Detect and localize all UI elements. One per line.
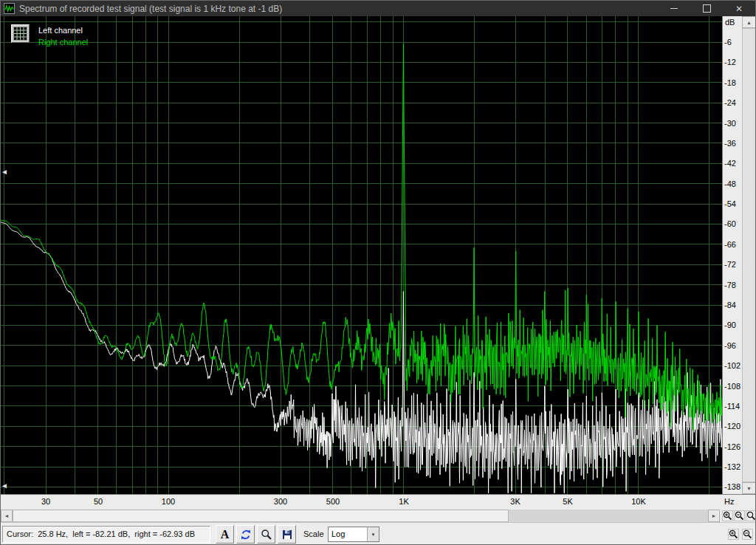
legend-left-channel: Left channel — [38, 24, 88, 36]
y-tick-label: -54 — [724, 199, 736, 208]
horizontal-scrollbar[interactable]: ◄ ► — [1, 510, 756, 522]
refresh-button[interactable] — [236, 525, 255, 544]
zoom-out-vertical-button[interactable] — [742, 529, 753, 540]
left-axis-marker-icon: ◄ — [1, 168, 8, 176]
save-icon — [281, 529, 293, 541]
zoom-in-horizontal-button[interactable] — [722, 510, 733, 521]
left-axis-marker-icon: ◄ — [1, 482, 8, 490]
magnifier-icon — [261, 529, 272, 541]
close-button[interactable]: ✕ — [723, 1, 755, 16]
y-tick-label: -6 — [724, 38, 732, 47]
magnifier-icon — [746, 511, 756, 521]
cursor-readout: Cursor: 25.8 Hz, left = -82.21 dB, right… — [2, 526, 210, 543]
x-axis-unit-label: Hz — [724, 497, 734, 506]
grid-icon — [13, 27, 27, 41]
maximize-icon — [703, 4, 711, 13]
y-tick-label: -84 — [724, 301, 736, 309]
zoom-in-icon — [729, 529, 738, 539]
combo-dropdown-button[interactable]: ▼ — [367, 527, 379, 541]
spectrum-window: Spectrum of recorded test signal (test s… — [0, 0, 756, 545]
scroll-down-icon: ▼ — [746, 486, 752, 491]
scroll-right-icon: ► — [712, 513, 717, 518]
y-tick-label: -72 — [724, 260, 736, 269]
x-tick-label: 30 — [41, 497, 50, 506]
legend: Left channel Right channel — [11, 24, 88, 48]
zoom-in-vertical-button[interactable] — [728, 529, 739, 540]
minimize-button[interactable] — [658, 1, 690, 16]
x-tick-label: 10K — [631, 497, 646, 506]
font-icon: A — [221, 528, 230, 541]
scroll-up-button[interactable]: ▲ — [742, 16, 756, 28]
title-bar[interactable]: Spectrum of recorded test signal (test s… — [1, 1, 755, 16]
font-button[interactable]: A — [216, 525, 234, 544]
zoom-out-icon — [735, 511, 744, 521]
y-tick-label: -90 — [724, 321, 736, 329]
inspect-button[interactable] — [257, 525, 275, 544]
y-tick-label: -114 — [724, 402, 740, 411]
legend-labels: Left channel Right channel — [38, 24, 88, 48]
horizontal-scrollbar-thumb[interactable] — [13, 510, 509, 522]
x-tick-label: 5K — [563, 497, 572, 506]
legend-right-channel: Right channel — [38, 36, 88, 48]
spectrum-plot[interactable]: Left channel Right channel ◄ ◄ — [1, 16, 722, 494]
scale-select[interactable]: Log ▼ — [328, 527, 379, 542]
y-tick-label: -42 — [724, 159, 736, 168]
scroll-right-button[interactable]: ► — [708, 510, 720, 522]
scroll-left-icon: ◄ — [4, 513, 10, 518]
zoom-reset-button[interactable] — [746, 510, 756, 521]
refresh-icon — [240, 529, 252, 541]
scroll-left-button[interactable]: ◄ — [1, 510, 13, 522]
chevron-down-icon: ▼ — [371, 532, 376, 537]
vertical-scrollbar-thumb[interactable] — [742, 28, 756, 482]
spectrum-canvas[interactable] — [1, 16, 722, 494]
y-tick-label: -66 — [724, 240, 736, 249]
x-tick-label: 50 — [94, 497, 103, 506]
y-tick-label: -78 — [724, 281, 736, 289]
y-tick-label: -126 — [724, 442, 740, 451]
vertical-scrollbar[interactable]: ▲ ▼ — [742, 16, 756, 494]
series-right-channel — [1, 44, 722, 431]
y-tick-label: -138 — [724, 482, 740, 491]
save-button[interactable] — [278, 525, 296, 544]
y-tick-label: -60 — [724, 219, 736, 228]
scale-label: Scale — [303, 529, 324, 538]
close-icon: ✕ — [735, 4, 743, 14]
y-tick-label: -12 — [724, 58, 736, 66]
y-tick-label: -102 — [724, 361, 740, 370]
spectrum-options-button[interactable] — [11, 24, 30, 43]
y-axis-strip: dB -6-12-18-24-30-36-42-48-54-60-66-72-7… — [722, 16, 742, 494]
x-tick-label: 3K — [510, 497, 520, 506]
status-bar: Cursor: 25.8 Hz, left = -82.21 dB, right… — [1, 522, 756, 545]
scroll-down-button[interactable]: ▼ — [742, 482, 756, 494]
minimize-icon — [670, 8, 678, 9]
maximize-button[interactable] — [690, 1, 723, 16]
zoom-out-horizontal-button[interactable] — [734, 510, 745, 521]
y-tick-label: -18 — [724, 78, 736, 87]
app-icon — [4, 3, 15, 14]
y-tick-label: -96 — [724, 341, 736, 350]
x-tick-label: 100 — [162, 497, 175, 506]
window-title: Spectrum of recorded test signal (test s… — [19, 4, 658, 14]
y-tick-label: -120 — [724, 422, 740, 431]
y-tick-label: -48 — [724, 179, 736, 188]
zoom-out-icon — [743, 529, 752, 539]
zoom-in-icon — [723, 511, 732, 521]
y-tick-label: -36 — [724, 139, 736, 148]
x-tick-label: 500 — [326, 497, 340, 506]
x-tick-label: 300 — [274, 497, 287, 506]
y-axis-unit-label: dB — [725, 18, 735, 27]
y-tick-label: -24 — [724, 98, 736, 107]
scroll-up-icon: ▲ — [746, 20, 752, 25]
y-tick-label: -108 — [724, 382, 740, 391]
scale-select-value: Log — [331, 529, 345, 538]
y-tick-label: -30 — [724, 119, 736, 128]
x-axis-strip: Hz 30501003005001K3K5K10K — [1, 494, 756, 510]
y-tick-label: -132 — [724, 462, 740, 471]
x-tick-label: 1K — [399, 497, 408, 506]
